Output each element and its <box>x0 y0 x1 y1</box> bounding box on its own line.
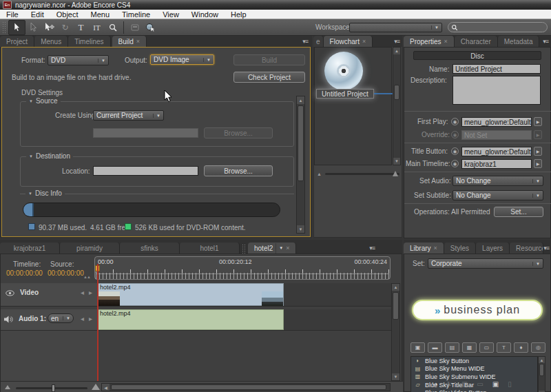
timeline-ruler[interactable]: 00:00 00:00:20:12 00:00:40:24 <box>94 256 391 280</box>
collapse-triangle-icon[interactable]: ▼ <box>28 192 32 196</box>
trash-icon[interactable]: ▯ <box>508 380 512 388</box>
tab-hotel1[interactable]: hotel1 <box>180 243 240 254</box>
list-item[interactable]: ◗Blue Sky Button <box>411 357 537 365</box>
menu-menu[interactable]: Menu <box>85 10 116 19</box>
tab-build[interactable]: Build× <box>112 36 147 47</box>
text-tool-icon[interactable]: T <box>73 21 89 34</box>
preview-icon[interactable] <box>143 21 158 34</box>
scroll-up-icon[interactable]: ▲ <box>393 48 400 54</box>
main-timeline-field[interactable]: krajobraz1 <box>461 159 532 169</box>
tab-flowchart[interactable]: Flowchart× <box>324 36 373 47</box>
audio-clip[interactable]: hotel2.mp4 <box>98 309 284 330</box>
menu-timeline[interactable]: Timeline <box>116 10 156 19</box>
toolbar-grip[interactable] <box>2 21 6 34</box>
pickwhip-icon[interactable]: ◉ <box>451 147 459 155</box>
scroll-down-icon[interactable]: ▼ <box>393 158 400 165</box>
track-prev-icon[interactable]: ◂ <box>81 315 84 322</box>
close-icon[interactable]: × <box>136 39 140 45</box>
panel-menu-icon[interactable]: ▾≡ <box>302 36 308 47</box>
tab-character[interactable]: Character <box>455 36 498 47</box>
scrollbar-thumb[interactable] <box>539 364 544 376</box>
tab-grip[interactable] <box>242 244 246 254</box>
move-tool-icon[interactable] <box>41 21 57 34</box>
collapse-triangle-icon[interactable]: ▼ <box>29 99 33 103</box>
scrollbar-thumb[interactable] <box>393 292 399 320</box>
panel-menu-icon[interactable]: ▾≡ <box>543 243 549 254</box>
menu-edit[interactable]: Edit <box>25 10 50 19</box>
elevation-icon[interactable]: ▲▲ <box>83 275 90 279</box>
chevron-down-icon[interactable]: ▼ <box>276 243 283 254</box>
edit-menu-icon[interactable] <box>127 21 143 34</box>
tab-library[interactable]: Library× <box>404 243 444 254</box>
backgrounds-filter-icon[interactable]: ▦ <box>462 342 477 353</box>
zoom-out-icon[interactable]: ▲ <box>317 172 322 176</box>
collapse-triangle-icon[interactable]: ▼ <box>29 154 33 158</box>
name-field[interactable]: Untitled Project <box>453 64 541 74</box>
scrollbar-thumb[interactable] <box>298 105 304 181</box>
scroll-down-icon[interactable]: ▼ <box>297 225 304 233</box>
menu-help[interactable]: Help <box>225 10 253 19</box>
timeline-hscrollbar[interactable]: ◀ <box>101 383 391 391</box>
title-button-flyout-icon[interactable]: ▶ <box>534 147 542 156</box>
timeline-timecode[interactable]: 00:00:00:00 <box>6 269 43 277</box>
images-filter-icon[interactable]: ▤ <box>445 342 459 353</box>
new-item-icon[interactable]: ▣ <box>492 380 499 388</box>
description-field[interactable] <box>453 76 541 105</box>
tab-sfinks[interactable]: sfinks <box>120 243 180 254</box>
scroll-down-icon[interactable]: ▼ <box>392 373 399 380</box>
eye-icon[interactable] <box>6 290 14 296</box>
source-browse-button[interactable]: Browse... <box>204 127 273 138</box>
zoom-out-icon[interactable] <box>5 385 10 389</box>
panel-menu-icon[interactable]: ▾≡ <box>394 36 399 47</box>
close-icon[interactable]: × <box>434 245 437 251</box>
build-scrollbar[interactable]: ▲ ▼ <box>296 96 305 234</box>
tab-piramidy[interactable]: piramidy <box>60 243 120 254</box>
location-field[interactable] <box>93 166 198 176</box>
tab-hotel2[interactable]: hotel2▼× <box>248 243 296 254</box>
create-using-dropdown[interactable]: Current Project▼ <box>93 110 164 121</box>
buttons-filter-icon[interactable]: ▬ <box>428 342 442 353</box>
scrollbar-thumb[interactable] <box>394 85 399 100</box>
tab-metadata[interactable]: Metadata <box>498 36 540 47</box>
close-icon[interactable]: × <box>444 39 448 45</box>
workspace-dropdown[interactable]: ▼ <box>349 23 442 32</box>
pickwhip-icon[interactable]: ◉ <box>451 118 459 125</box>
scrollbar-thumb[interactable] <box>111 384 386 390</box>
track-prev-icon[interactable]: ◂ <box>81 289 84 296</box>
library-preview[interactable]: » business plan <box>412 300 543 320</box>
tab-styles[interactable]: Styles <box>444 243 476 254</box>
place-icon[interactable]: ↪ <box>432 380 437 388</box>
output-dropdown[interactable]: DVD Image▼ <box>150 54 214 65</box>
audio-language-dropdown[interactable]: en▼ <box>48 313 74 323</box>
flowchart-node-label[interactable]: Untitled Project <box>316 89 374 99</box>
flowchart-canvas[interactable]: Untitled Project <box>314 47 392 165</box>
destination-browse-button[interactable]: Browse... <box>204 165 273 176</box>
layersets-filter-icon[interactable]: ▭ <box>479 342 494 353</box>
zoom-tool-icon[interactable] <box>105 21 121 34</box>
menu-object[interactable]: Object <box>50 10 85 19</box>
vertical-text-tool-icon[interactable]: IT <box>89 21 105 34</box>
first-play-flyout-icon[interactable]: ▶ <box>534 117 542 126</box>
tab-timelines[interactable]: Timelines <box>68 36 110 47</box>
tab-properties[interactable]: Properties× <box>404 36 455 47</box>
scroll-up-icon[interactable]: ▲ <box>539 357 545 363</box>
menu-view[interactable]: View <box>156 10 185 19</box>
disc-project-icon[interactable] <box>324 52 363 90</box>
track-next-icon[interactable]: ▸ <box>89 289 92 296</box>
new-menu-icon[interactable]: ▦ <box>461 380 468 388</box>
zoom-slider-handle[interactable] <box>52 384 55 392</box>
zoom-slider-handle[interactable] <box>393 171 398 176</box>
shapes-filter-icon[interactable]: ♦ <box>514 342 528 353</box>
list-item[interactable]: ▤Blue Sky Menu WIDE <box>411 365 537 373</box>
tab-partial[interactable]: e <box>313 36 324 47</box>
scroll-up-icon[interactable]: ▲ <box>392 284 399 291</box>
rotate-tool-icon[interactable]: ↻ <box>57 21 73 34</box>
replacement-filter-icon[interactable]: ◎ <box>531 342 545 353</box>
format-dropdown[interactable]: DVD▼ <box>48 55 109 65</box>
menu-file[interactable]: File <box>0 10 25 19</box>
tab-menus[interactable]: Menus <box>34 36 68 47</box>
menus-filter-icon[interactable]: ▣ <box>410 342 425 353</box>
first-play-field[interactable]: menu_glowne:Default <box>461 117 532 127</box>
direct-select-tool-icon[interactable] <box>25 21 41 34</box>
speaker-icon[interactable] <box>4 316 13 323</box>
